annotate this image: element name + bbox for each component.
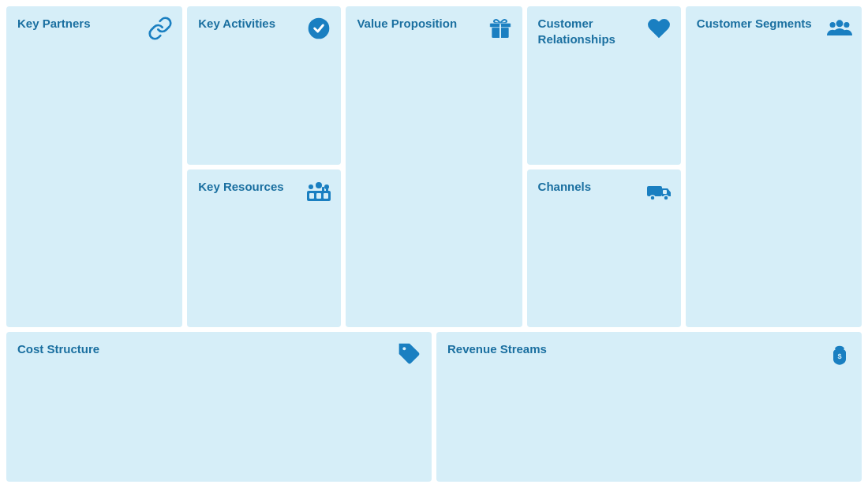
svg-rect-8	[322, 187, 324, 192]
key-activities-cell[interactable]: Key Activities	[187, 6, 341, 165]
channels-title: Channels	[538, 179, 644, 195]
key-resources-title: Key Resources	[198, 179, 304, 195]
svg-rect-6	[316, 193, 321, 199]
svg-point-18	[844, 22, 849, 28]
revenue-streams-title: Revenue Streams	[447, 341, 770, 357]
top-section: Key Partners Key Activities	[6, 6, 862, 327]
svg-point-1	[309, 184, 313, 189]
key-resources-cell[interactable]: Key Resources	[187, 169, 341, 328]
customer-segments-title: Customer Segments	[697, 16, 820, 32]
svg-point-14	[650, 196, 655, 200]
key-partners-title: Key Partners	[17, 16, 140, 32]
heart-icon	[646, 16, 672, 47]
key-activities-title: Key Activities	[198, 16, 304, 32]
svg-rect-16	[663, 190, 667, 194]
svg-point-17	[830, 22, 836, 28]
customer-segments-cell[interactable]: Customer Segments	[686, 6, 862, 327]
value-proposition-title: Value Proposition	[357, 16, 480, 32]
moneybag-icon: $	[827, 341, 852, 372]
tag-icon	[397, 341, 422, 372]
svg-rect-5	[309, 193, 314, 199]
check-icon	[306, 16, 331, 47]
link-icon	[148, 16, 173, 47]
customer-relationships-title: Customer Relationships	[538, 16, 644, 47]
svg-rect-9	[326, 188, 328, 192]
business-model-canvas: Key Partners Key Activities	[0, 0, 868, 488]
svg-point-20	[402, 347, 406, 350]
channels-cell[interactable]: Channels	[527, 169, 681, 328]
customer-relationships-column: Customer Relationships Channels	[527, 6, 681, 327]
factory-icon	[306, 179, 331, 210]
cost-structure-title: Cost Structure	[17, 341, 340, 357]
truck-icon	[646, 179, 672, 210]
svg-point-15	[664, 196, 668, 200]
cost-structure-cell[interactable]: Cost Structure	[6, 332, 432, 482]
customer-relationships-cell[interactable]: Customer Relationships	[527, 6, 681, 165]
people-icon	[827, 16, 852, 47]
svg-point-19	[836, 20, 844, 27]
revenue-streams-cell[interactable]: Revenue Streams $	[436, 332, 862, 482]
key-partners-cell[interactable]: Key Partners	[6, 6, 182, 327]
svg-rect-13	[647, 186, 662, 196]
svg-point-0	[309, 18, 330, 39]
svg-text:$: $	[837, 352, 841, 360]
bottom-section: Cost Structure Revenue Streams $	[6, 332, 862, 482]
svg-rect-7	[324, 193, 328, 199]
value-proposition-cell[interactable]: Value Proposition	[346, 6, 522, 327]
gift-icon	[488, 16, 513, 47]
key-activities-column: Key Activities Key Resources	[187, 6, 341, 327]
svg-point-2	[316, 182, 322, 188]
